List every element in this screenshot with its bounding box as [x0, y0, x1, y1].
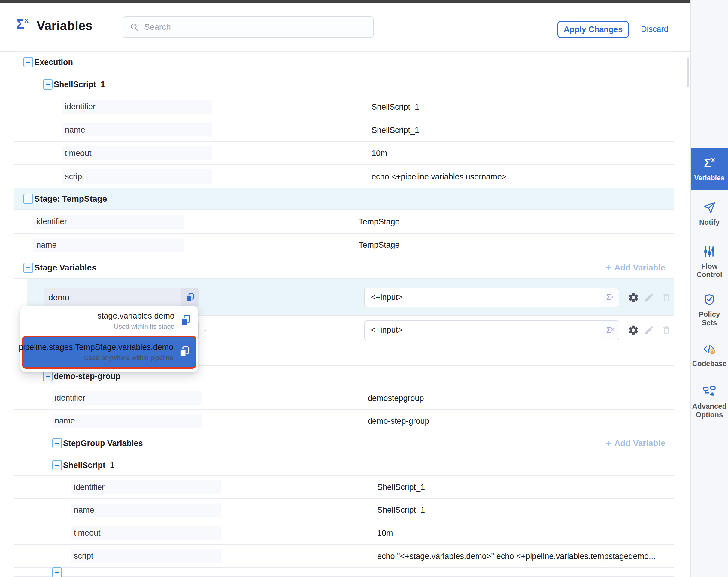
row-background	[14, 188, 674, 210]
sigma-icon: Σx	[704, 156, 715, 170]
sidebar-tab-policy-sets[interactable]: Policy Sets	[691, 293, 728, 331]
delete-trash-icon[interactable]	[659, 291, 673, 304]
field-value: ShellScript_1	[377, 505, 672, 515]
tree-section-stage-tempstage: −Stage: TempStage	[0, 188, 690, 210]
expression-scope-hint: Used within its stage	[114, 323, 175, 331]
field-value: ShellScript_1	[371, 125, 672, 135]
expression-path: pipeline.stages.TempStage.variables.demo	[19, 343, 173, 352]
section-label: Execution	[34, 58, 73, 67]
paper-plane-icon	[703, 201, 716, 215]
variable-value-text: <+input>	[365, 288, 601, 307]
variable-name: demo	[44, 288, 181, 307]
sidebar-tab-label: Notify	[699, 218, 720, 227]
field-value: TempStage	[359, 217, 672, 226]
copy-icon[interactable]	[180, 315, 191, 328]
sidebar-tab-flow-control[interactable]: Flow Control	[691, 245, 728, 283]
field-value: ShellScript_1	[371, 102, 672, 111]
apply-changes-button[interactable]: Apply Changes	[557, 21, 629, 38]
variable-value-input[interactable]: <+input>Σx	[364, 287, 619, 307]
expression-option-stage-scope[interactable]: stage.variables.demo Used within its sta…	[20, 306, 198, 336]
field-row-name: nameTempStage	[0, 233, 690, 256]
sidebar-tab-advanced-options[interactable]: Advanced Options	[691, 385, 728, 424]
sidebar-tab-variables[interactable]: ΣxVariables	[691, 148, 728, 190]
add-variable-button[interactable]: +Add Variable	[605, 262, 665, 273]
collapse-minus-icon[interactable]: −	[23, 262, 33, 273]
sidebar-tab-label: Policy Sets	[691, 310, 728, 327]
field-row-timeout: timeout10m	[0, 521, 690, 545]
field-row-name: nameShellScript_1	[0, 499, 690, 521]
field-label: identifier	[33, 215, 183, 229]
tree-section-shellscript-1: −ShellScript_1	[0, 73, 690, 95]
sidebar-tab-codebase[interactable]: Codebase	[691, 342, 728, 376]
tree-section-shellscript-1: −ShellScript_1	[0, 454, 690, 476]
plus-icon: +	[605, 438, 612, 448]
variable-value-text: <+input>	[365, 321, 601, 340]
field-row-identifier: identifierdemostepgroup	[0, 386, 690, 410]
field-value: ShellScript_1	[377, 483, 672, 492]
discard-button[interactable]: Discard	[641, 25, 669, 34]
field-row-identifier: identifierTempStage	[0, 210, 690, 233]
search-box	[123, 16, 373, 38]
row-background	[14, 256, 674, 279]
sidebar-tab-label: Flow Control	[691, 262, 728, 279]
panel-header: Σx Variables Apply Changes Discard	[0, 3, 690, 52]
table-row: −	[0, 568, 690, 577]
field-label: script	[62, 170, 212, 184]
expression-toggle-icon[interactable]: Σx	[601, 321, 619, 340]
add-variable-button[interactable]: +Add Variable	[605, 438, 665, 448]
collapse-minus-icon[interactable]: −	[52, 438, 62, 448]
expression-option-texts: stage.variables.demo Used within its sta…	[97, 311, 175, 331]
settings-gear-icon[interactable]	[626, 291, 640, 304]
field-label: name	[52, 414, 202, 428]
sliders-icon	[703, 245, 716, 258]
field-label: name	[33, 238, 183, 252]
right-panel-tabs: ΣxVariablesNotifyFlow ControlPolicy Sets…	[690, 0, 728, 577]
variable-value-input[interactable]: <+input>Σx	[364, 320, 619, 340]
tree-section-stage-variables: −Stage Variables+Add Variable	[0, 256, 690, 279]
collapse-minus-icon[interactable]: −	[52, 568, 62, 577]
section-label: Stage: TempStage	[34, 194, 107, 204]
collapse-minus-icon[interactable]: −	[23, 57, 33, 67]
field-row-name: namedemo-step-group	[0, 410, 690, 432]
tree-section-execution: −Execution	[0, 51, 690, 73]
field-value: demo-step-group	[368, 416, 672, 426]
field-row-script: scriptecho "<+stage.variables.demo>" ech…	[0, 545, 690, 568]
field-label: name	[62, 123, 212, 137]
field-row-timeout: timeout10m	[0, 142, 690, 165]
expression-option-texts: pipeline.stages.TempStage.variables.demo…	[19, 343, 173, 362]
collapse-minus-icon[interactable]: −	[23, 194, 33, 204]
field-label: identifier	[62, 100, 212, 114]
edit-pencil-icon[interactable]	[642, 323, 656, 337]
field-label: identifier	[52, 391, 202, 405]
sidebar-tab-notify[interactable]: Notify	[691, 201, 728, 234]
collapse-minus-icon[interactable]: −	[43, 79, 53, 90]
field-label: script	[71, 549, 221, 563]
field-label: timeout	[71, 526, 221, 540]
code-warning-icon	[703, 342, 716, 356]
shield-check-icon	[703, 293, 716, 306]
field-label: name	[71, 503, 221, 517]
tree-section-stepgroup-variables: −StepGroup Variables+Add Variable	[0, 432, 690, 454]
field-label: timeout	[62, 146, 212, 160]
variable-name-pill[interactable]: demo	[44, 288, 199, 307]
section-label: ShellScript_1	[63, 460, 114, 470]
search-input[interactable]	[144, 22, 369, 32]
add-variable-label: Add Variable	[614, 438, 665, 448]
edit-pencil-icon[interactable]	[642, 291, 656, 304]
copy-icon[interactable]	[179, 346, 190, 359]
delete-trash-icon[interactable]	[659, 323, 673, 337]
field-value: TempStage	[359, 241, 672, 250]
pipeline-variables-panel: Σx Variables Apply Changes Discard −Exec…	[0, 0, 728, 577]
sidebar-tab-label: Codebase	[692, 359, 727, 368]
field-value: 10m	[371, 149, 672, 158]
collapse-minus-icon[interactable]: −	[43, 371, 53, 381]
settings-gear-icon[interactable]	[626, 323, 640, 337]
field-label: identifier	[71, 480, 221, 494]
collapse-minus-icon[interactable]: −	[52, 460, 62, 470]
expression-toggle-icon[interactable]: Σx	[601, 288, 619, 307]
row-background	[14, 568, 674, 577]
copy-icon[interactable]	[181, 288, 199, 307]
section-label: ShellScript_1	[54, 80, 105, 89]
add-variable-label: Add Variable	[614, 263, 665, 273]
expression-option-pipeline-scope[interactable]: pipeline.stages.TempStage.variables.demo…	[22, 336, 197, 369]
